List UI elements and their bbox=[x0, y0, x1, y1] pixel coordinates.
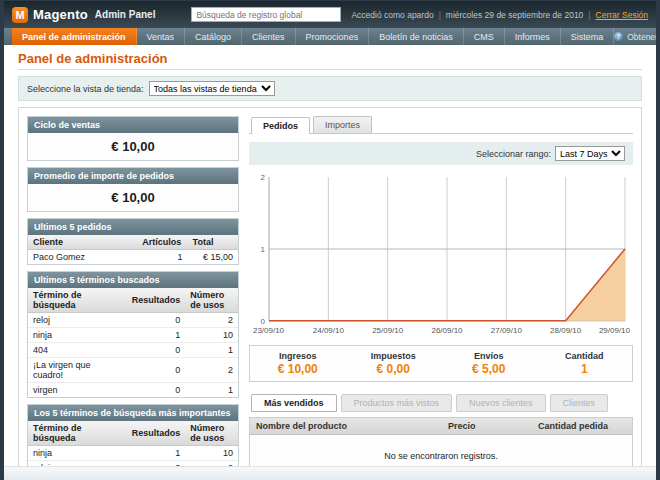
main-nav: Panel de administración Ventas Catálogo … bbox=[4, 28, 656, 45]
content-area: Panel de administración Seleccione la vi… bbox=[4, 45, 656, 466]
logged-in-as: Accedió como apardo bbox=[351, 10, 433, 20]
store-view-bar: Seleccione la vista de tienda: Todas las… bbox=[18, 76, 642, 101]
nav-item-catalogo[interactable]: Catálogo bbox=[185, 28, 242, 45]
table-row[interactable]: 404 0 1 bbox=[28, 343, 238, 358]
nav-item-ventas[interactable]: Ventas bbox=[137, 28, 186, 45]
range-bar: Seleccionar rango: Last 7 Days bbox=[249, 142, 633, 165]
nav-item-informes[interactable]: Informes bbox=[505, 28, 561, 45]
top-search-terms-box: Los 5 términos de búsqueda más important… bbox=[27, 404, 239, 466]
col-header: Término de búsqueda bbox=[28, 421, 127, 446]
footer-strip bbox=[4, 466, 656, 480]
col-header: Resultados bbox=[127, 421, 186, 446]
stat-envios: Envíos € 5,00 bbox=[441, 351, 537, 376]
last-orders-title: Ultimos 5 pedidos bbox=[28, 219, 238, 235]
lifetime-sales-title: Ciclo de ventas bbox=[28, 117, 238, 133]
nav-item-promociones[interactable]: Promociones bbox=[296, 28, 370, 45]
svg-text:26/09/10: 26/09/10 bbox=[431, 326, 463, 335]
nav-item-cms[interactable]: CMS bbox=[464, 28, 505, 45]
average-orders-title: Promedio de importe de pedidos bbox=[28, 168, 238, 184]
logout-link[interactable]: Cerrar Sesión bbox=[596, 10, 648, 20]
stat-cantidad: Cantidad 1 bbox=[537, 351, 633, 376]
dashboard-left-column: Ciclo de ventas € 10,00 Promedio de impo… bbox=[27, 116, 239, 466]
totals-bar: Ingresos € 10,00 Impuestos € 0,00 Envíos… bbox=[249, 345, 633, 382]
tab-mas-vendidos[interactable]: Más vendidos bbox=[251, 394, 337, 412]
average-orders-value: € 10,00 bbox=[28, 184, 238, 211]
dashboard-right-column: Pedidos Importes Seleccionar rango: Last… bbox=[249, 116, 633, 466]
bestsellers-grid: Nombre del producto Precio Cantidad pedi… bbox=[249, 417, 633, 466]
nav-item-dashboard[interactable]: Panel de administración bbox=[12, 28, 137, 45]
header-bar: M Magento Admin Panel Accedió como apard… bbox=[4, 1, 656, 28]
global-search-input[interactable] bbox=[191, 7, 341, 22]
orders-chart: 01223/09/1024/09/1025/09/1026/09/1027/09… bbox=[251, 169, 631, 337]
last-search-terms-table: Término de búsqueda Resultados Número de… bbox=[28, 288, 238, 397]
help-link[interactable]: ? Obtener ayuda para esta página bbox=[614, 28, 660, 45]
table-row[interactable]: reloj 0 2 bbox=[28, 313, 238, 328]
svg-text:27/09/10: 27/09/10 bbox=[491, 326, 523, 335]
last-orders-box: Ultimos 5 pedidos Cliente Artículos Tota… bbox=[27, 218, 239, 265]
col-header: Cantidad pedida bbox=[532, 418, 632, 435]
lifetime-sales-value: € 10,00 bbox=[28, 133, 238, 160]
lifetime-sales-box: Ciclo de ventas € 10,00 bbox=[27, 116, 239, 161]
tab-pedidos[interactable]: Pedidos bbox=[251, 117, 310, 134]
col-header: Precio bbox=[442, 418, 532, 435]
col-header: Término de búsqueda bbox=[28, 288, 127, 313]
tab-productos-mas-vistos[interactable]: Productos más vistos bbox=[341, 394, 453, 412]
table-row[interactable]: virgen 0 1 bbox=[28, 383, 238, 398]
col-header: Resultados bbox=[127, 288, 186, 313]
svg-text:29/09/10: 29/09/10 bbox=[599, 326, 631, 335]
nav-item-clientes[interactable]: Clientes bbox=[242, 28, 296, 45]
svg-text:1: 1 bbox=[261, 245, 266, 254]
col-header: Artículos bbox=[137, 235, 187, 250]
chart-tabs: Pedidos Importes bbox=[249, 116, 633, 134]
average-orders-box: Promedio de importe de pedidos € 10,00 bbox=[27, 167, 239, 212]
brand-subtitle: Admin Panel bbox=[95, 9, 156, 20]
col-header: Cliente bbox=[28, 235, 137, 250]
top-search-terms-title: Los 5 términos de búsqueda más important… bbox=[28, 405, 238, 421]
svg-text:28/09/10: 28/09/10 bbox=[550, 326, 582, 335]
top-search-terms-table: Término de búsqueda Resultados Número de… bbox=[28, 421, 238, 466]
svg-text:2: 2 bbox=[261, 173, 266, 182]
store-view-label: Seleccione la vista de tienda: bbox=[27, 84, 144, 94]
stat-ingresos: Ingresos € 10,00 bbox=[250, 351, 346, 376]
last-search-terms-title: Ultimos 5 términos buscados bbox=[28, 272, 238, 288]
bottom-tabs: Más vendidos Productos más vistos Nuevos… bbox=[249, 394, 633, 412]
col-header: Número de usos bbox=[185, 288, 238, 313]
table-row[interactable]: ¡La virgen que cuadro! 0 2 bbox=[28, 358, 238, 383]
session-info: Accedió como apardo | miércoles 29 de se… bbox=[351, 10, 648, 20]
nav-item-boletin[interactable]: Boletín de noticias bbox=[369, 28, 464, 45]
tab-nuevos-clientes[interactable]: Nuevos clientes bbox=[456, 394, 546, 412]
orders-chart-wrap: 01223/09/1024/09/1025/09/1026/09/1027/09… bbox=[249, 165, 633, 337]
help-icon: ? bbox=[614, 32, 623, 41]
table-row[interactable]: ninja 1 10 bbox=[28, 446, 238, 461]
page-title: Panel de administración bbox=[18, 51, 642, 70]
last-search-terms-box: Ultimos 5 términos buscados Término de b… bbox=[27, 271, 239, 398]
svg-text:25/09/10: 25/09/10 bbox=[372, 326, 404, 335]
nav-item-sistema[interactable]: Sistema bbox=[561, 28, 615, 45]
range-label: Seleccionar rango: bbox=[476, 149, 551, 159]
tab-clientes[interactable]: Clientes bbox=[550, 394, 609, 412]
last-orders-table: Cliente Artículos Total Paco Gomez 1 € 1… bbox=[28, 235, 238, 264]
stat-impuestos: Impuestos € 0,00 bbox=[346, 351, 442, 376]
col-header: Nombre del producto bbox=[250, 418, 442, 435]
table-row[interactable]: Paco Gomez 1 € 15,00 bbox=[28, 250, 238, 265]
svg-text:24/09/10: 24/09/10 bbox=[313, 326, 345, 335]
magento-admin-window: M Magento Admin Panel Accedió como apard… bbox=[0, 0, 660, 480]
col-header: Total bbox=[188, 235, 238, 250]
table-row[interactable]: ninja 1 10 bbox=[28, 328, 238, 343]
brand: M Magento Admin Panel bbox=[12, 7, 155, 23]
col-header: Número de usos bbox=[185, 421, 238, 446]
dashboard-panel: Ciclo de ventas € 10,00 Promedio de impo… bbox=[18, 107, 642, 466]
brand-name: Magento bbox=[33, 7, 88, 22]
svg-text:0: 0 bbox=[261, 317, 266, 326]
magento-logo-icon: M bbox=[12, 7, 28, 23]
svg-text:23/09/10: 23/09/10 bbox=[253, 326, 285, 335]
tab-importes[interactable]: Importes bbox=[313, 116, 372, 133]
store-view-select[interactable]: Todas las vistas de tienda bbox=[149, 81, 275, 96]
range-select[interactable]: Last 7 Days bbox=[555, 146, 625, 161]
current-date: miércoles 29 de septiembre de 2010 bbox=[446, 10, 584, 20]
empty-records-message: No se encontraron registros. bbox=[250, 435, 632, 467]
